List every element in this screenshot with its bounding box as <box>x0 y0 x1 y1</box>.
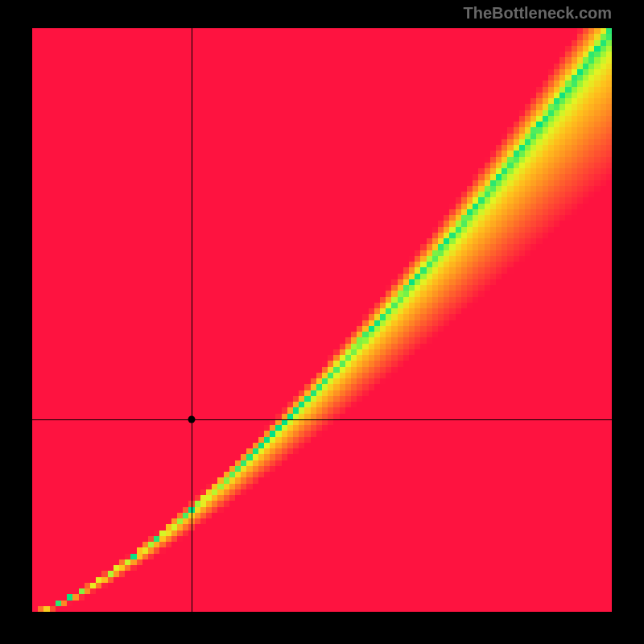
crosshair-vertical <box>192 28 192 612</box>
marker-dot <box>188 415 196 423</box>
crosshair-horizontal <box>32 419 612 420</box>
heatmap-plot-area <box>32 28 612 612</box>
heatmap-canvas <box>32 28 612 612</box>
watermark-text: TheBottleneck.com <box>464 4 612 23</box>
